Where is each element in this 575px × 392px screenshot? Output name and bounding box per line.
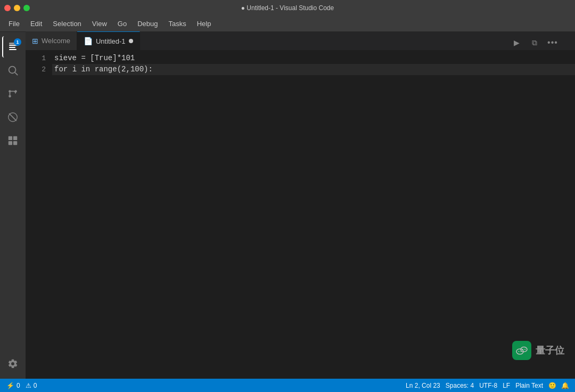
feedback-icon: 🙂 bbox=[548, 382, 556, 389]
title-bar: ● Untitled-1 - Visual Studio Code bbox=[0, 0, 575, 16]
watermark-label: 量子位 bbox=[536, 344, 564, 357]
menu-tasks[interactable]: Tasks bbox=[164, 19, 190, 29]
svg-rect-11 bbox=[9, 136, 12, 140]
status-errors[interactable]: ⚡ 0 ⚠ 0 bbox=[4, 379, 39, 392]
editor-area: ⊞ Welcome 📄 Untitled-1 ▶ ⧉ ••• 1 2 sieve bbox=[26, 32, 575, 379]
maximize-button[interactable] bbox=[23, 5, 30, 11]
activity-extensions[interactable] bbox=[2, 130, 23, 151]
window-title: ● Untitled-1 - Visual Studio Code bbox=[241, 4, 334, 12]
svg-point-4 bbox=[9, 67, 16, 74]
language-mode-label: Plain Text bbox=[515, 382, 543, 389]
search-icon bbox=[7, 64, 19, 76]
status-line-ending[interactable]: LF bbox=[500, 379, 512, 392]
menu-file[interactable]: File bbox=[4, 19, 24, 29]
activity-explorer[interactable]: 1 bbox=[2, 36, 23, 58]
svg-rect-2 bbox=[9, 47, 15, 48]
app-container: 1 bbox=[0, 32, 575, 379]
status-encoding[interactable]: UTF-8 bbox=[477, 379, 499, 392]
debug-icon bbox=[7, 111, 19, 123]
activity-bar: 1 bbox=[0, 32, 26, 379]
svg-point-8 bbox=[9, 95, 11, 97]
line-number-2: 2 bbox=[26, 64, 46, 75]
svg-point-17 bbox=[519, 351, 520, 352]
activity-run-debug[interactable] bbox=[2, 107, 23, 128]
modified-dot bbox=[129, 39, 133, 43]
more-actions-button[interactable]: ••• bbox=[545, 35, 560, 50]
extensions-icon bbox=[7, 135, 19, 146]
warning-icon: ⚠ bbox=[26, 382, 31, 389]
svg-rect-3 bbox=[9, 49, 17, 50]
watermark-wechat-icon bbox=[512, 341, 531, 360]
menu-bar: File Edit Selection View Go Debug Tasks … bbox=[0, 16, 575, 32]
tab-welcome-label: Welcome bbox=[42, 37, 70, 45]
line-numbers: 1 2 bbox=[26, 51, 52, 379]
svg-point-19 bbox=[522, 349, 523, 350]
minimize-button[interactable] bbox=[14, 5, 20, 11]
wechat-icon bbox=[515, 344, 528, 357]
status-notifications-button[interactable]: 🔔 bbox=[559, 380, 571, 391]
notifications-icon: 🔔 bbox=[561, 382, 569, 389]
code-editor[interactable]: sieve = [True]*101 for i in range(2,100)… bbox=[52, 51, 575, 379]
menu-selection[interactable]: Selection bbox=[48, 19, 85, 29]
run-button[interactable]: ▶ bbox=[509, 35, 524, 50]
svg-point-18 bbox=[521, 351, 522, 352]
svg-point-20 bbox=[524, 349, 525, 350]
svg-point-6 bbox=[9, 90, 11, 93]
svg-line-5 bbox=[15, 72, 18, 75]
svg-rect-14 bbox=[13, 141, 17, 145]
warning-count: 0 bbox=[34, 382, 37, 389]
code-line-1[interactable]: sieve = [True]*101 bbox=[52, 53, 575, 64]
svg-line-10 bbox=[9, 113, 17, 121]
line-ending-label: LF bbox=[503, 382, 510, 389]
status-left: ⚡ 0 ⚠ 0 bbox=[4, 379, 39, 392]
menu-help[interactable]: Help bbox=[193, 19, 216, 29]
tab-untitled1-label: Untitled-1 bbox=[96, 37, 126, 45]
source-control-icon bbox=[7, 88, 19, 100]
activity-search[interactable] bbox=[2, 60, 23, 81]
close-button[interactable] bbox=[4, 5, 11, 11]
status-language-mode[interactable]: Plain Text bbox=[513, 379, 545, 392]
cursor-position-label: Ln 2, Col 23 bbox=[406, 382, 440, 389]
file-tab-icon: 📄 bbox=[84, 37, 93, 45]
error-icon: ⚡ bbox=[6, 382, 14, 389]
encoding-label: UTF-8 bbox=[479, 382, 497, 389]
menu-view[interactable]: View bbox=[88, 19, 111, 29]
status-feedback-button[interactable]: 🙂 bbox=[546, 380, 558, 391]
watermark: 量子位 bbox=[512, 341, 564, 360]
window-controls bbox=[4, 5, 30, 11]
settings-icon bbox=[7, 358, 18, 369]
tab-welcome[interactable]: ⊞ Welcome bbox=[26, 31, 77, 50]
line-number-1: 1 bbox=[26, 53, 46, 64]
code-line-2[interactable]: for i in range(2,100): bbox=[52, 64, 575, 75]
explorer-badge: 1 bbox=[14, 38, 21, 46]
menu-edit[interactable]: Edit bbox=[26, 19, 46, 29]
status-bar: ⚡ 0 ⚠ 0 Ln 2, Col 23 Spaces: 4 UTF-8 LF … bbox=[0, 379, 575, 392]
svg-rect-13 bbox=[9, 141, 12, 145]
editor-content[interactable]: 1 2 sieve = [True]*101 for i in range(2,… bbox=[26, 51, 575, 379]
svg-rect-12 bbox=[13, 136, 17, 140]
menu-debug[interactable]: Debug bbox=[133, 19, 162, 29]
status-cursor-position[interactable]: Ln 2, Col 23 bbox=[404, 379, 442, 392]
indentation-label: Spaces: 4 bbox=[446, 382, 474, 389]
status-right: Ln 2, Col 23 Spaces: 4 UTF-8 LF Plain Te… bbox=[404, 379, 571, 392]
menu-go[interactable]: Go bbox=[113, 19, 131, 29]
tab-bar: ⊞ Welcome 📄 Untitled-1 ▶ ⧉ ••• bbox=[26, 32, 575, 51]
tab-untitled1[interactable]: 📄 Untitled-1 bbox=[77, 31, 140, 50]
activity-settings[interactable] bbox=[2, 353, 23, 374]
split-editor-button[interactable]: ⧉ bbox=[527, 35, 542, 50]
status-indentation[interactable]: Spaces: 4 bbox=[443, 379, 476, 392]
activity-source-control[interactable] bbox=[2, 83, 23, 104]
welcome-tab-icon: ⊞ bbox=[32, 37, 38, 45]
error-count: 0 bbox=[17, 382, 20, 389]
